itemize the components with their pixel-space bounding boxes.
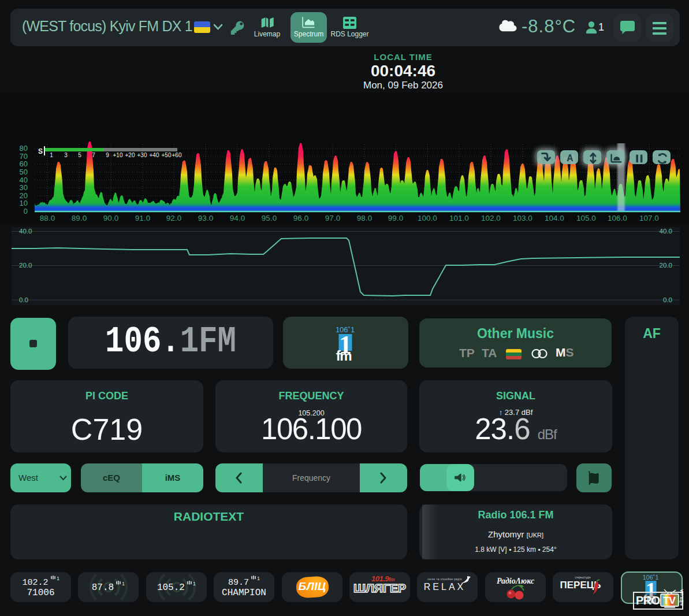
svg-text:TV: TV [663, 595, 676, 606]
svg-text:1: 1 [57, 576, 59, 581]
svg-text:1: 1 [257, 576, 260, 581]
svg-text:fm: fm [336, 348, 351, 362]
svg-text:1: 1 [193, 581, 196, 587]
svg-text:1: 1 [122, 581, 125, 587]
